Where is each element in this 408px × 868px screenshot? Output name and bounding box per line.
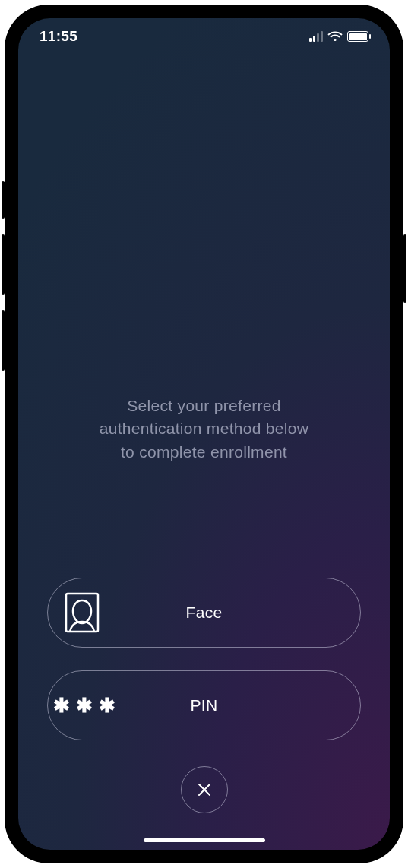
- mute-switch: [2, 181, 5, 219]
- close-icon: [195, 781, 213, 799]
- enrollment-prompt: Select your preferred authentication met…: [100, 394, 308, 464]
- phone-frame: 11:55 Select your preferred authenticati…: [6, 6, 402, 862]
- pin-auth-button[interactable]: ✱ ✱ ✱ PIN: [47, 670, 361, 740]
- prompt-line: authentication method below: [100, 417, 308, 440]
- volume-up: [2, 234, 5, 295]
- volume-down: [2, 310, 5, 371]
- home-indicator[interactable]: [144, 838, 265, 842]
- face-auth-label: Face: [48, 603, 360, 622]
- prompt-line: Select your preferred: [100, 394, 308, 417]
- close-button[interactable]: [181, 766, 228, 813]
- screen: 11:55 Select your preferred authenticati…: [18, 18, 390, 850]
- prompt-line: to complete enrollment: [100, 441, 308, 464]
- face-auth-button[interactable]: Face: [47, 578, 361, 648]
- main-content: Select your preferred authentication met…: [18, 18, 390, 850]
- power-button: [403, 234, 406, 303]
- pin-auth-label: PIN: [48, 696, 360, 714]
